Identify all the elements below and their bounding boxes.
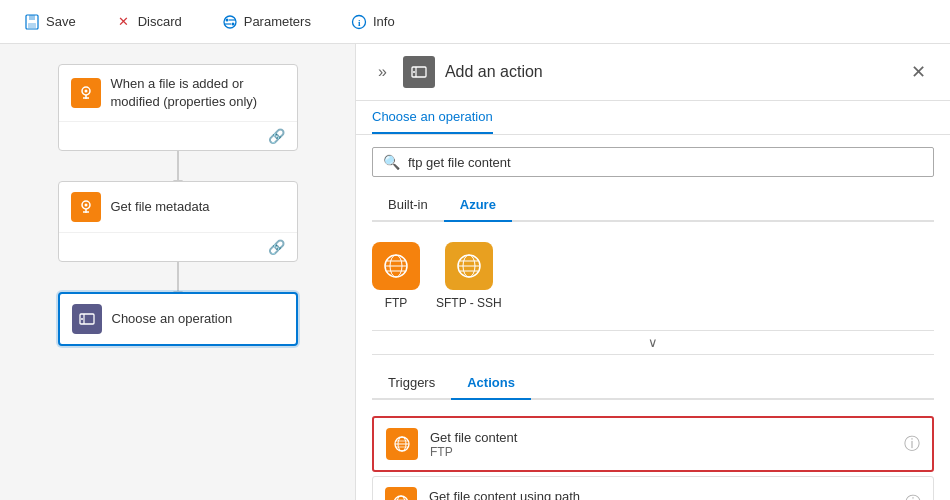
get-metadata-node[interactable]: Get file metadata 🔗 bbox=[58, 181, 298, 262]
svg-text:i: i bbox=[358, 18, 361, 28]
svg-point-5 bbox=[231, 22, 234, 25]
tab-actions[interactable]: Actions bbox=[451, 367, 531, 400]
svg-point-15 bbox=[84, 204, 87, 207]
search-input[interactable] bbox=[408, 155, 923, 170]
connector-2 bbox=[177, 262, 179, 292]
choose-operation-tab[interactable]: Choose an operation bbox=[372, 101, 493, 134]
tab-triggers[interactable]: Triggers bbox=[372, 367, 451, 400]
panel-tabs: Choose an operation bbox=[356, 101, 950, 135]
expand-connectors-row[interactable]: ∨ bbox=[372, 330, 934, 355]
get-file-content-sub: FTP bbox=[430, 445, 892, 459]
get-metadata-footer: 🔗 bbox=[59, 232, 297, 261]
svg-point-3 bbox=[224, 16, 236, 28]
link-icon: 🔗 bbox=[268, 128, 285, 144]
sftp-icon bbox=[445, 242, 493, 290]
search-box: 🔍 bbox=[372, 147, 934, 177]
sftp-connector[interactable]: SFTP - SSH bbox=[436, 242, 502, 310]
get-file-content-path-info: Get file content using path FTP bbox=[429, 489, 893, 501]
sftp-label: SFTP - SSH bbox=[436, 296, 502, 310]
action-list: Get file content FTP ⓘ bbox=[372, 416, 934, 500]
get-metadata-header: Get file metadata bbox=[59, 182, 297, 232]
category-tabs: Built-in Azure bbox=[372, 189, 934, 222]
panel-header-left: » Add an action bbox=[372, 56, 543, 88]
info-icon: i bbox=[351, 14, 367, 30]
main-content: When a file is added or modified (proper… bbox=[0, 44, 950, 500]
tab-azure[interactable]: Azure bbox=[444, 189, 512, 222]
save-button[interactable]: Save bbox=[16, 10, 84, 34]
panel-title: Add an action bbox=[445, 63, 543, 81]
action-item-get-file-content[interactable]: Get file content FTP ⓘ bbox=[372, 416, 934, 472]
svg-point-11 bbox=[84, 90, 87, 93]
ftp-connector[interactable]: FTP bbox=[372, 242, 420, 310]
right-panel: » Add an action ✕ Choose an operation � bbox=[355, 44, 950, 500]
svg-rect-2 bbox=[28, 23, 36, 28]
get-file-content-info: Get file content FTP bbox=[430, 430, 892, 459]
close-panel-button[interactable]: ✕ bbox=[903, 57, 934, 87]
search-icon: 🔍 bbox=[383, 154, 400, 170]
info-circle-icon-2[interactable]: ⓘ bbox=[905, 493, 921, 501]
svg-point-4 bbox=[225, 18, 228, 21]
svg-point-23 bbox=[413, 71, 415, 73]
connectors-row: FTP SFTP - SSH bbox=[372, 234, 934, 318]
connector-1 bbox=[177, 151, 179, 181]
panel-header: » Add an action ✕ bbox=[356, 44, 950, 101]
collapse-panel-icon[interactable]: » bbox=[372, 57, 393, 87]
close-icon: ✕ bbox=[116, 14, 132, 30]
tab-built-in[interactable]: Built-in bbox=[372, 189, 444, 222]
action-tabs: Triggers Actions bbox=[372, 367, 934, 400]
get-metadata-title: Get file metadata bbox=[111, 198, 210, 216]
parameters-icon bbox=[222, 14, 238, 30]
get-file-content-path-icon bbox=[385, 487, 417, 500]
svg-point-20 bbox=[81, 318, 83, 320]
save-icon bbox=[24, 14, 40, 30]
trigger-footer: 🔗 bbox=[59, 121, 297, 150]
choose-op-icon bbox=[72, 304, 102, 334]
get-file-content-path-name: Get file content using path bbox=[429, 489, 893, 501]
get-file-content-icon bbox=[386, 428, 418, 460]
info-button[interactable]: i Info bbox=[343, 10, 403, 34]
info-label: Info bbox=[373, 14, 395, 29]
choose-op-header: Choose an operation bbox=[60, 294, 296, 344]
panel-action-icon bbox=[403, 56, 435, 88]
action-item-get-file-content-path[interactable]: Get file content using path FTP ⓘ bbox=[372, 476, 934, 500]
info-circle-icon-1[interactable]: ⓘ bbox=[904, 434, 920, 455]
panel-body: 🔍 Built-in Azure bbox=[356, 135, 950, 500]
save-label: Save bbox=[46, 14, 76, 29]
chevron-down-icon: ∨ bbox=[648, 335, 658, 350]
get-file-content-name: Get file content bbox=[430, 430, 892, 445]
toolbar: Save ✕ Discard Parameters i Info bbox=[0, 0, 950, 44]
choose-operation-node[interactable]: Choose an operation bbox=[58, 292, 298, 346]
svg-point-39 bbox=[394, 496, 408, 500]
svg-rect-1 bbox=[29, 15, 35, 20]
ftp-label: FTP bbox=[385, 296, 408, 310]
trigger-title: When a file is added or modified (proper… bbox=[111, 75, 285, 111]
trigger-node-header: When a file is added or modified (proper… bbox=[59, 65, 297, 121]
trigger-node[interactable]: When a file is added or modified (proper… bbox=[58, 64, 298, 151]
ftp-icon bbox=[372, 242, 420, 290]
trigger-icon bbox=[71, 78, 101, 108]
flow-canvas: When a file is added or modified (proper… bbox=[0, 44, 355, 500]
link-icon-2: 🔗 bbox=[268, 239, 285, 255]
get-metadata-icon bbox=[71, 192, 101, 222]
discard-label: Discard bbox=[138, 14, 182, 29]
parameters-button[interactable]: Parameters bbox=[214, 10, 319, 34]
choose-op-title: Choose an operation bbox=[112, 310, 233, 328]
discard-button[interactable]: ✕ Discard bbox=[108, 10, 190, 34]
parameters-label: Parameters bbox=[244, 14, 311, 29]
